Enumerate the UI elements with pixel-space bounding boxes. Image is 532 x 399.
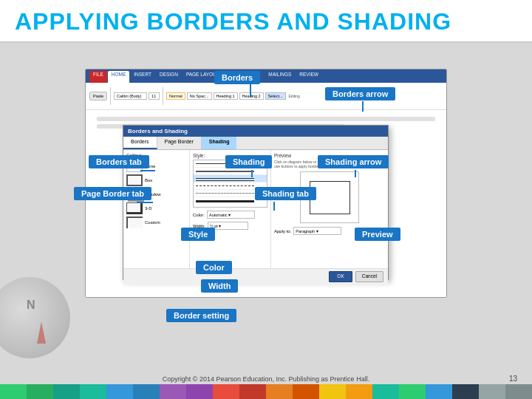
dialog-tab-shading[interactable]: Shading: [202, 137, 237, 149]
borders-tab-line: [140, 170, 155, 171]
color-label-outer: Color: [196, 261, 232, 274]
style-label: Style: [181, 228, 215, 241]
page-border-tab-label: Page Border tab: [74, 187, 151, 200]
page-number: 13: [509, 375, 517, 383]
borders-label: Borders: [214, 71, 260, 84]
ribbon-divider2: [163, 87, 163, 105]
color-select[interactable]: Automatic ▾: [207, 211, 255, 219]
dialog-title-bar: Borders and Shading: [123, 126, 388, 137]
ribbon-heading2[interactable]: Heading 2: [239, 92, 264, 100]
borders-arrow-label: Borders arrow: [325, 87, 395, 100]
ribbon-paste-btn[interactable]: Paste: [89, 92, 107, 100]
shading-tab-label: Shading tab: [255, 187, 316, 200]
doc-area: Borders and Shading Borders Page Border …: [86, 110, 446, 298]
word-tabs-row: FILE HOME INSERT DESIGN PAGE LAYOUT REFE…: [86, 69, 446, 83]
doc-line1: [97, 117, 435, 121]
color-label: Color:: [193, 213, 205, 217]
shading-arrow-line: [355, 170, 356, 177]
dialog-footer: OK Cancel: [123, 268, 388, 284]
tab-file[interactable]: FILE: [89, 71, 107, 83]
copyright-text: Copyright © 2014 Pearson Education, Inc.…: [163, 375, 369, 383]
dialog-borders-shading: Borders and Shading Borders Page Border …: [123, 125, 389, 280]
shading-arrow-label: Shading arrow: [318, 155, 389, 168]
ribbon-font-box[interactable]: Calibri (Body): [114, 92, 147, 100]
shading-label: Shading: [225, 155, 272, 168]
width-label-outer: Width: [201, 279, 238, 293]
tab-home[interactable]: HOME: [108, 71, 130, 83]
title-bar: APPLYING BORDERS AND SHADING: [0, 0, 532, 43]
compass-pointer: [37, 321, 46, 344]
ribbon-heading1[interactable]: Heading 1: [214, 92, 238, 100]
ribbon-divider1: [110, 87, 111, 105]
main-content: N FILE HOME INSERT DESIGN PAGE LAYOUT RE…: [0, 43, 532, 399]
color-bar: [0, 384, 532, 399]
ribbon-normal[interactable]: Normal: [166, 92, 185, 100]
compass: [0, 277, 70, 358]
borders-line: [250, 84, 251, 98]
page-title: APPLYING BORDERS AND SHADING: [15, 8, 451, 35]
ok-button[interactable]: OK: [329, 271, 352, 282]
shading-line: [251, 170, 253, 177]
borders-tab-label: Borders tab: [89, 155, 149, 168]
dialog-tabs-row: Borders Page Border Shading: [123, 137, 388, 150]
ribbon-no-space[interactable]: No Spac...: [187, 92, 212, 100]
dialog-tab-borders[interactable]: Borders: [123, 137, 157, 149]
setting-box[interactable]: Box: [126, 174, 186, 186]
shading-tab-line: [273, 202, 275, 211]
ribbon-select[interactable]: Select...: [265, 92, 286, 100]
tab-mailings[interactable]: MAILINGS: [265, 71, 295, 83]
page-border-tab-line: [137, 202, 153, 203]
compass-arrow: N: [27, 299, 35, 312]
borders-arrow-line: [362, 101, 364, 112]
setting-3d[interactable]: 3-D: [126, 202, 186, 214]
tab-review[interactable]: REVIEW: [296, 71, 322, 83]
tab-design[interactable]: DESIGN: [156, 71, 182, 83]
ribbon-size-box[interactable]: 11: [149, 92, 160, 100]
setting-custom[interactable]: Custom: [126, 216, 186, 228]
preview-label-outer: Preview: [355, 228, 400, 241]
cancel-button[interactable]: Cancel: [355, 271, 383, 282]
apply-to-select[interactable]: Paragraph ▾: [293, 227, 341, 235]
tab-insert[interactable]: INSERT: [130, 71, 155, 83]
border-setting-label: Border setting: [166, 309, 236, 322]
dialog-tab-page-border[interactable]: Page Border: [157, 137, 202, 149]
word-window: FILE HOME INSERT DESIGN PAGE LAYOUT REFE…: [85, 69, 447, 298]
footer: Copyright © 2014 Pearson Education, Inc.…: [0, 375, 532, 383]
color-row: Color: Automatic ▾: [193, 211, 267, 219]
ribbon-editing-label: Editing: [289, 94, 300, 98]
